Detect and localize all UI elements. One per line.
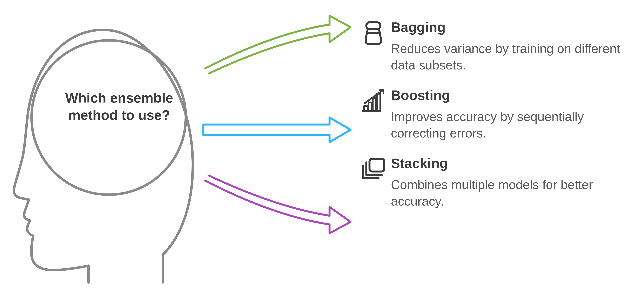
method-description: Combines multiple models for better accu… <box>391 177 633 209</box>
method-stacking-text: Stacking Combines multiple models for be… <box>386 155 633 209</box>
method-boosting-text: Boosting Improves accuracy by sequential… <box>386 87 633 141</box>
ensemble-diagram: Which ensemble method to use? <box>0 0 644 295</box>
stack-icon <box>361 155 386 181</box>
svg-rect-6 <box>377 94 380 111</box>
svg-rect-3 <box>364 106 368 111</box>
svg-rect-5 <box>373 98 376 111</box>
central-question: Which ensemble method to use? <box>49 89 189 124</box>
method-bagging: Bagging Reduces variance by training on … <box>361 19 633 73</box>
method-description: Reduces variance by training on differen… <box>391 41 633 73</box>
method-title: Stacking <box>391 155 633 171</box>
method-description: Improves accuracy by sequentially correc… <box>391 109 633 141</box>
methods-column: Bagging Reduces variance by training on … <box>361 19 633 224</box>
arrow-boosting <box>200 116 354 144</box>
arrow-stacking <box>200 175 354 237</box>
salt-shaker-icon <box>361 19 386 45</box>
method-bagging-text: Bagging Reduces variance by training on … <box>386 19 633 73</box>
method-title: Boosting <box>391 87 633 103</box>
method-boosting: Boosting Improves accuracy by sequential… <box>361 87 633 141</box>
svg-rect-8 <box>370 159 384 172</box>
arrow-bagging <box>200 12 354 74</box>
question-line: Which ensemble method to use? <box>65 90 173 123</box>
head-outline-icon <box>10 18 203 284</box>
bar-growth-icon <box>361 87 386 113</box>
svg-rect-4 <box>368 102 372 111</box>
method-title: Bagging <box>391 19 633 35</box>
method-stacking: Stacking Combines multiple models for be… <box>361 155 633 209</box>
